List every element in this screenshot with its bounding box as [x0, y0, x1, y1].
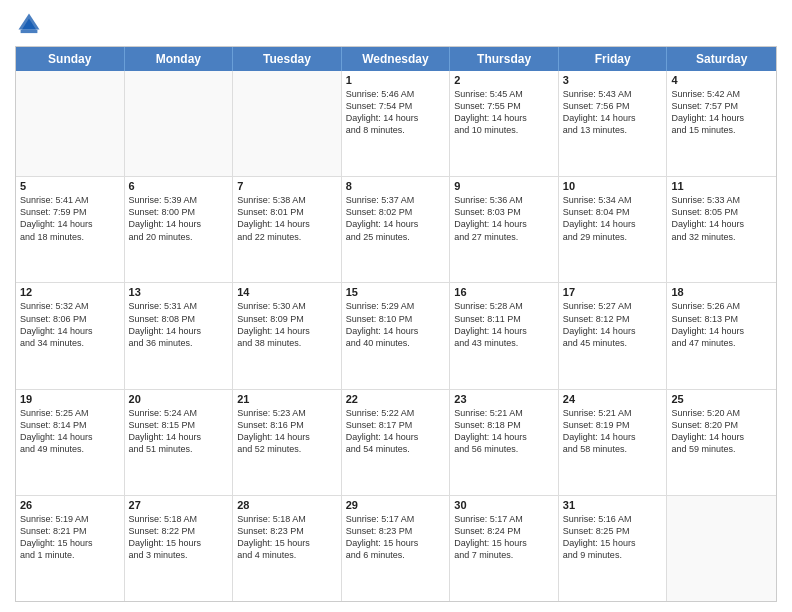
- header-day-monday: Monday: [125, 47, 234, 71]
- cell-info: Sunrise: 5:30 AM Sunset: 8:09 PM Dayligh…: [237, 300, 337, 349]
- day-number: 27: [129, 499, 229, 511]
- page: SundayMondayTuesdayWednesdayThursdayFrid…: [0, 0, 792, 612]
- day-number: 14: [237, 286, 337, 298]
- calendar-cell: 12Sunrise: 5:32 AM Sunset: 8:06 PM Dayli…: [16, 283, 125, 388]
- calendar-cell: 28Sunrise: 5:18 AM Sunset: 8:23 PM Dayli…: [233, 496, 342, 601]
- day-number: 19: [20, 393, 120, 405]
- day-number: 13: [129, 286, 229, 298]
- cell-info: Sunrise: 5:18 AM Sunset: 8:22 PM Dayligh…: [129, 513, 229, 562]
- header-day-saturday: Saturday: [667, 47, 776, 71]
- calendar-cell: 8Sunrise: 5:37 AM Sunset: 8:02 PM Daylig…: [342, 177, 451, 282]
- calendar-row-3: 19Sunrise: 5:25 AM Sunset: 8:14 PM Dayli…: [16, 390, 776, 496]
- cell-info: Sunrise: 5:27 AM Sunset: 8:12 PM Dayligh…: [563, 300, 663, 349]
- calendar-cell: 26Sunrise: 5:19 AM Sunset: 8:21 PM Dayli…: [16, 496, 125, 601]
- cell-info: Sunrise: 5:43 AM Sunset: 7:56 PM Dayligh…: [563, 88, 663, 137]
- calendar-cell: 1Sunrise: 5:46 AM Sunset: 7:54 PM Daylig…: [342, 71, 451, 176]
- cell-info: Sunrise: 5:38 AM Sunset: 8:01 PM Dayligh…: [237, 194, 337, 243]
- calendar-row-0: 1Sunrise: 5:46 AM Sunset: 7:54 PM Daylig…: [16, 71, 776, 177]
- calendar-cell: 24Sunrise: 5:21 AM Sunset: 8:19 PM Dayli…: [559, 390, 668, 495]
- day-number: 11: [671, 180, 772, 192]
- calendar-body: 1Sunrise: 5:46 AM Sunset: 7:54 PM Daylig…: [16, 71, 776, 601]
- cell-info: Sunrise: 5:20 AM Sunset: 8:20 PM Dayligh…: [671, 407, 772, 456]
- calendar-header: SundayMondayTuesdayWednesdayThursdayFrid…: [16, 47, 776, 71]
- day-number: 5: [20, 180, 120, 192]
- calendar-cell: 29Sunrise: 5:17 AM Sunset: 8:23 PM Dayli…: [342, 496, 451, 601]
- day-number: 15: [346, 286, 446, 298]
- calendar-cell: 20Sunrise: 5:24 AM Sunset: 8:15 PM Dayli…: [125, 390, 234, 495]
- cell-info: Sunrise: 5:24 AM Sunset: 8:15 PM Dayligh…: [129, 407, 229, 456]
- calendar-cell: 15Sunrise: 5:29 AM Sunset: 8:10 PM Dayli…: [342, 283, 451, 388]
- calendar-cell: 3Sunrise: 5:43 AM Sunset: 7:56 PM Daylig…: [559, 71, 668, 176]
- svg-rect-2: [21, 30, 38, 33]
- cell-info: Sunrise: 5:19 AM Sunset: 8:21 PM Dayligh…: [20, 513, 120, 562]
- cell-info: Sunrise: 5:28 AM Sunset: 8:11 PM Dayligh…: [454, 300, 554, 349]
- day-number: 2: [454, 74, 554, 86]
- day-number: 3: [563, 74, 663, 86]
- cell-info: Sunrise: 5:41 AM Sunset: 7:59 PM Dayligh…: [20, 194, 120, 243]
- calendar-cell: 11Sunrise: 5:33 AM Sunset: 8:05 PM Dayli…: [667, 177, 776, 282]
- calendar-cell: [125, 71, 234, 176]
- header-day-sunday: Sunday: [16, 47, 125, 71]
- day-number: 29: [346, 499, 446, 511]
- cell-info: Sunrise: 5:37 AM Sunset: 8:02 PM Dayligh…: [346, 194, 446, 243]
- day-number: 30: [454, 499, 554, 511]
- day-number: 21: [237, 393, 337, 405]
- day-number: 25: [671, 393, 772, 405]
- day-number: 20: [129, 393, 229, 405]
- day-number: 9: [454, 180, 554, 192]
- calendar-cell: [667, 496, 776, 601]
- day-number: 1: [346, 74, 446, 86]
- cell-info: Sunrise: 5:21 AM Sunset: 8:18 PM Dayligh…: [454, 407, 554, 456]
- cell-info: Sunrise: 5:16 AM Sunset: 8:25 PM Dayligh…: [563, 513, 663, 562]
- day-number: 18: [671, 286, 772, 298]
- calendar-cell: 19Sunrise: 5:25 AM Sunset: 8:14 PM Dayli…: [16, 390, 125, 495]
- cell-info: Sunrise: 5:33 AM Sunset: 8:05 PM Dayligh…: [671, 194, 772, 243]
- logo-icon: [15, 10, 43, 38]
- cell-info: Sunrise: 5:23 AM Sunset: 8:16 PM Dayligh…: [237, 407, 337, 456]
- calendar-cell: 16Sunrise: 5:28 AM Sunset: 8:11 PM Dayli…: [450, 283, 559, 388]
- calendar-cell: 6Sunrise: 5:39 AM Sunset: 8:00 PM Daylig…: [125, 177, 234, 282]
- calendar-row-2: 12Sunrise: 5:32 AM Sunset: 8:06 PM Dayli…: [16, 283, 776, 389]
- day-number: 28: [237, 499, 337, 511]
- cell-info: Sunrise: 5:34 AM Sunset: 8:04 PM Dayligh…: [563, 194, 663, 243]
- day-number: 10: [563, 180, 663, 192]
- cell-info: Sunrise: 5:46 AM Sunset: 7:54 PM Dayligh…: [346, 88, 446, 137]
- day-number: 24: [563, 393, 663, 405]
- cell-info: Sunrise: 5:45 AM Sunset: 7:55 PM Dayligh…: [454, 88, 554, 137]
- calendar-cell: 31Sunrise: 5:16 AM Sunset: 8:25 PM Dayli…: [559, 496, 668, 601]
- day-number: 16: [454, 286, 554, 298]
- day-number: 23: [454, 393, 554, 405]
- calendar-cell: 4Sunrise: 5:42 AM Sunset: 7:57 PM Daylig…: [667, 71, 776, 176]
- calendar-cell: 17Sunrise: 5:27 AM Sunset: 8:12 PM Dayli…: [559, 283, 668, 388]
- day-number: 8: [346, 180, 446, 192]
- calendar-cell: 2Sunrise: 5:45 AM Sunset: 7:55 PM Daylig…: [450, 71, 559, 176]
- calendar-cell: 7Sunrise: 5:38 AM Sunset: 8:01 PM Daylig…: [233, 177, 342, 282]
- calendar-cell: 18Sunrise: 5:26 AM Sunset: 8:13 PM Dayli…: [667, 283, 776, 388]
- day-number: 4: [671, 74, 772, 86]
- header-day-thursday: Thursday: [450, 47, 559, 71]
- calendar-cell: 30Sunrise: 5:17 AM Sunset: 8:24 PM Dayli…: [450, 496, 559, 601]
- logo: [15, 10, 47, 38]
- day-number: 6: [129, 180, 229, 192]
- cell-info: Sunrise: 5:31 AM Sunset: 8:08 PM Dayligh…: [129, 300, 229, 349]
- day-number: 12: [20, 286, 120, 298]
- day-number: 17: [563, 286, 663, 298]
- cell-info: Sunrise: 5:22 AM Sunset: 8:17 PM Dayligh…: [346, 407, 446, 456]
- cell-info: Sunrise: 5:21 AM Sunset: 8:19 PM Dayligh…: [563, 407, 663, 456]
- cell-info: Sunrise: 5:29 AM Sunset: 8:10 PM Dayligh…: [346, 300, 446, 349]
- cell-info: Sunrise: 5:17 AM Sunset: 8:24 PM Dayligh…: [454, 513, 554, 562]
- calendar-row-4: 26Sunrise: 5:19 AM Sunset: 8:21 PM Dayli…: [16, 496, 776, 601]
- calendar-cell: 22Sunrise: 5:22 AM Sunset: 8:17 PM Dayli…: [342, 390, 451, 495]
- cell-info: Sunrise: 5:18 AM Sunset: 8:23 PM Dayligh…: [237, 513, 337, 562]
- cell-info: Sunrise: 5:25 AM Sunset: 8:14 PM Dayligh…: [20, 407, 120, 456]
- calendar-cell: 13Sunrise: 5:31 AM Sunset: 8:08 PM Dayli…: [125, 283, 234, 388]
- day-number: 22: [346, 393, 446, 405]
- day-number: 26: [20, 499, 120, 511]
- cell-info: Sunrise: 5:17 AM Sunset: 8:23 PM Dayligh…: [346, 513, 446, 562]
- header: [15, 10, 777, 38]
- cell-info: Sunrise: 5:39 AM Sunset: 8:00 PM Dayligh…: [129, 194, 229, 243]
- calendar-cell: [16, 71, 125, 176]
- header-day-tuesday: Tuesday: [233, 47, 342, 71]
- calendar-cell: 23Sunrise: 5:21 AM Sunset: 8:18 PM Dayli…: [450, 390, 559, 495]
- calendar-cell: 27Sunrise: 5:18 AM Sunset: 8:22 PM Dayli…: [125, 496, 234, 601]
